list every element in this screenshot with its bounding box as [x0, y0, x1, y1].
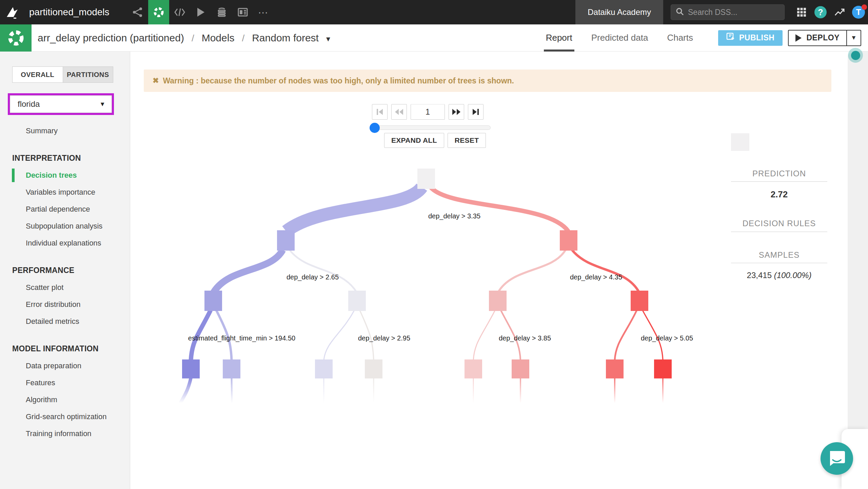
chat-bubble-button[interactable] [821, 442, 853, 475]
tree-node-leaf-2[interactable] [223, 359, 240, 378]
tree-node-leaf-1[interactable] [182, 359, 200, 378]
breadcrumb-project[interactable]: arr_delay prediction (partitioned) [38, 32, 184, 44]
search-box[interactable] [671, 4, 785, 20]
decision-tree-panel: ✖ Warning : because the number of nodes … [130, 52, 868, 489]
tree-node-leaf-7[interactable] [606, 359, 624, 378]
link-l33-leaf5 [473, 310, 495, 360]
reset-button[interactable]: RESET [448, 133, 486, 148]
samples-value: 23,415 (100.00%) [731, 271, 827, 280]
trend-icon[interactable] [830, 0, 849, 24]
tree-slider-handle[interactable] [370, 123, 380, 133]
more-icon[interactable]: ⋯ [253, 0, 274, 24]
tree-node-root[interactable] [417, 169, 435, 189]
next-tree-button[interactable] [449, 104, 464, 120]
help-icon[interactable]: ? [811, 0, 830, 24]
split-label: dep_delay > 5.05 [641, 334, 693, 342]
tree-node-leaf-3[interactable] [315, 359, 333, 378]
leaf-tails [180, 378, 663, 404]
academy-tab[interactable]: Dataiku Academy [575, 0, 663, 24]
section-performance: PERFORMANCE [12, 266, 130, 275]
tree-node-l3-1[interactable] [204, 291, 222, 311]
user-avatar[interactable]: T [849, 0, 868, 24]
notification-dot [862, 4, 867, 10]
chat-icon [828, 450, 846, 467]
sidebar-item-features[interactable]: Features [0, 374, 130, 391]
tree-node-l3-3[interactable] [489, 291, 507, 311]
samples-title: SAMPLES [731, 250, 827, 260]
tree-node-l2-right[interactable] [560, 230, 577, 251]
sidebar-item-data-preparation[interactable]: Data preparation [0, 357, 130, 374]
divider [731, 232, 827, 232]
partition-select-highlight: florida ▼ [8, 93, 114, 115]
tree-node-leaf-8[interactable] [654, 359, 672, 378]
project-title: partitioned_models [29, 7, 110, 18]
lab-icon[interactable] [148, 0, 169, 24]
last-tree-button[interactable] [468, 104, 484, 120]
tree-node-leaf-6[interactable] [512, 359, 529, 378]
sidebar-item-subpopulation-analysis[interactable]: Subpopulation analysis [0, 218, 130, 235]
sidebar-item-error-distribution[interactable]: Error distribution [0, 296, 130, 313]
view-toggle: OVERALL PARTITIONS [12, 66, 113, 83]
tree-node-l2-left[interactable] [277, 230, 295, 251]
jobs-icon[interactable] [211, 0, 232, 24]
sidebar-item-detailed-metrics[interactable]: Detailed metrics [0, 313, 130, 330]
deploy-button[interactable]: DEPLOY ▼ [788, 30, 861, 46]
warning-banner: ✖ Warning : because the number of nodes … [144, 70, 831, 92]
deploy-dropdown-caret[interactable]: ▼ [846, 31, 861, 45]
sidebar-item-decision-trees[interactable]: Decision trees [0, 167, 130, 184]
search-input[interactable] [688, 8, 769, 17]
run-icon[interactable] [190, 0, 211, 24]
publish-button[interactable]: PUBLISH [718, 30, 783, 46]
tab-predicted-data[interactable]: Predicted data [591, 24, 648, 52]
sidebar-item-partial-dependence[interactable]: Partial dependence [0, 201, 130, 218]
split-label: dep_delay > 2.95 [358, 334, 410, 342]
selected-node-swatch [731, 133, 749, 151]
tree-pager [372, 104, 484, 120]
split-label: dep_delay > 2.65 [287, 273, 339, 281]
partition-select[interactable]: florida ▼ [10, 95, 112, 113]
tab-overall[interactable]: OVERALL [13, 67, 63, 82]
select-caret-icon: ▼ [99, 101, 105, 108]
sidebar-item-scatter-plot[interactable]: Scatter plot [0, 279, 130, 296]
collapsed-help-panel[interactable] [848, 52, 868, 489]
tree-node-leaf-5[interactable] [465, 359, 482, 378]
sidebar-item-summary[interactable]: Summary [0, 122, 130, 139]
tree-node-leaf-4[interactable] [365, 359, 382, 378]
link-l32-leaf3 [324, 310, 354, 360]
sidebar-item-grid-search-optimization[interactable]: Grid-search optimization [0, 408, 130, 425]
prediction-title: PREDICTION [731, 169, 827, 178]
tree-node-l3-2[interactable] [348, 291, 366, 311]
first-tree-button[interactable] [372, 104, 388, 120]
publish-icon [726, 33, 735, 43]
breadcrumb-models[interactable]: Models [202, 32, 235, 44]
expand-all-button[interactable]: EXPAND ALL [384, 133, 444, 148]
link-l2r-l33 [498, 250, 566, 292]
section-interpretation: INTERPRETATION [12, 154, 130, 163]
link-root-left [286, 187, 422, 231]
tab-report[interactable]: Report [546, 24, 572, 52]
sidebar-item-variables-importance[interactable]: Variables importance [0, 184, 130, 201]
link-l2r-l34 [572, 250, 639, 292]
sidebar-item-training-information[interactable]: Training information [0, 425, 130, 442]
search-icon [676, 7, 684, 17]
code-icon[interactable] [169, 0, 190, 24]
tab-charts[interactable]: Charts [667, 24, 693, 52]
model-header: arr_delay prediction (partitioned) / Mod… [0, 24, 868, 52]
tab-partitions[interactable]: PARTITIONS [63, 67, 113, 82]
previous-tree-button[interactable] [391, 104, 407, 120]
help-panel-dot[interactable] [851, 51, 860, 60]
dataiku-logo-icon[interactable] [0, 0, 24, 24]
flow-icon[interactable] [127, 0, 148, 24]
tree-slider[interactable] [370, 125, 491, 130]
breadcrumb-model-name[interactable]: Random forest [252, 32, 319, 44]
tree-index-input[interactable] [411, 104, 445, 120]
tree-node-l3-4[interactable] [631, 291, 648, 311]
model-dropdown-caret[interactable]: ▼ [325, 35, 332, 43]
sidebar-item-algorithm[interactable]: Algorithm [0, 391, 130, 408]
sidebar-item-individual-explanations[interactable]: Individual explanations [0, 235, 130, 252]
tree-actions: EXPAND ALL RESET [384, 133, 486, 148]
dashboard-icon[interactable] [232, 0, 253, 24]
apps-grid-icon[interactable] [792, 0, 811, 24]
prediction-value: 2.72 [731, 189, 827, 200]
lab-green-tile[interactable] [0, 24, 32, 52]
